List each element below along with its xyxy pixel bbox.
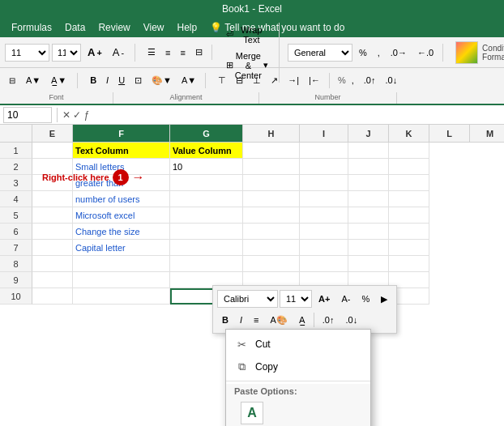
indent-button[interactable]: ⊟ — [191, 45, 207, 60]
cell-K3[interactable] — [389, 175, 429, 191]
cell-K2[interactable] — [389, 159, 429, 175]
cell-F4[interactable]: number of users — [73, 191, 170, 207]
ft-dec-dn-btn[interactable]: .0↓ — [340, 311, 362, 329]
ft-dec-up-btn[interactable]: .0↑ — [318, 311, 340, 329]
ft-size-select[interactable]: 11 — [280, 290, 312, 308]
cell-G4[interactable] — [170, 191, 243, 207]
cm-cut[interactable]: ✂ Cut — [226, 333, 370, 356]
indent-more[interactable]: →| — [284, 73, 303, 87]
cell-K8[interactable] — [389, 256, 429, 272]
ft-italic-btn[interactable]: I — [235, 311, 247, 329]
cell-J8[interactable] — [348, 256, 389, 272]
cell-G6[interactable] — [170, 224, 243, 240]
cell-E5[interactable] — [32, 207, 73, 224]
decimal-up-btn[interactable]: .0→ — [387, 45, 411, 60]
menu-help[interactable]: Help — [173, 20, 203, 35]
row-header-9[interactable]: 9 — [0, 272, 32, 288]
row-header-3[interactable]: 3 — [0, 175, 32, 191]
cell-G5[interactable] — [170, 207, 243, 224]
number-format-select[interactable]: General — [288, 44, 352, 62]
bot-align[interactable]: ⊥ — [249, 73, 265, 88]
col-header-F[interactable]: F — [73, 125, 170, 143]
row-header-4[interactable]: 4 — [0, 191, 32, 207]
indent-less[interactable]: |← — [305, 73, 324, 87]
col-header-K[interactable]: K — [389, 125, 429, 143]
cell-G2[interactable]: 10 — [170, 159, 243, 175]
align-left-button[interactable]: ☰ — [143, 45, 160, 60]
cell-F9[interactable] — [73, 272, 170, 288]
font-grow-button[interactable]: A+ — [83, 44, 106, 61]
row-header-2[interactable]: 2 — [0, 159, 32, 175]
row-header-8[interactable]: 8 — [0, 256, 32, 272]
cell-J3[interactable] — [348, 175, 389, 191]
row-header-7[interactable]: 7 — [0, 240, 32, 256]
fill-button2[interactable]: 🎨▼ — [147, 73, 176, 88]
cell-I8[interactable] — [300, 256, 348, 272]
cell-E6[interactable] — [32, 224, 73, 240]
cell-F10[interactable] — [73, 288, 170, 305]
ft-percent-btn[interactable]: % — [357, 290, 374, 308]
cell-K1[interactable] — [389, 143, 429, 159]
bold-button[interactable]: B — [86, 73, 100, 87]
col-header-H[interactable]: H — [243, 125, 300, 143]
italic-button[interactable]: I — [102, 73, 113, 87]
cm-copy[interactable]: ⧉ Copy — [226, 356, 370, 378]
cell-G8[interactable] — [170, 256, 243, 272]
ft-font-color-btn[interactable]: A̲ — [294, 311, 310, 329]
fill-color-button[interactable]: A▼ — [22, 73, 45, 87]
align-right-button[interactable]: ≡ — [176, 45, 189, 60]
row-header-5[interactable]: 5 — [0, 207, 32, 224]
cell-K4[interactable] — [389, 191, 429, 207]
cell-G3[interactable] — [170, 175, 243, 191]
cell-J6[interactable] — [348, 224, 389, 240]
cell-I1[interactable] — [300, 143, 348, 159]
cell-J5[interactable] — [348, 207, 389, 224]
ft-grow-btn[interactable]: A+ — [314, 290, 335, 308]
col-header-J[interactable]: J — [348, 125, 389, 143]
col-header-I[interactable]: I — [300, 125, 348, 143]
menu-data[interactable]: Data — [60, 20, 90, 35]
cell-K7[interactable] — [389, 240, 429, 256]
cell-H2[interactable] — [243, 159, 300, 175]
cell-F6[interactable]: Change the size — [73, 224, 170, 240]
ft-more-btn[interactable]: ▶ — [376, 290, 392, 308]
cell-F1[interactable]: Text Column — [73, 143, 170, 159]
font-size-select[interactable]: 11 — [52, 44, 81, 62]
cell-H1[interactable] — [243, 143, 300, 159]
font-color2[interactable]: A▼ — [177, 73, 200, 87]
conditional-formatting-button[interactable] — [451, 39, 482, 66]
cell-H4[interactable] — [243, 191, 300, 207]
menu-view[interactable]: View — [139, 20, 169, 35]
top-align[interactable]: ⊤ — [214, 73, 230, 88]
cell-I5[interactable] — [300, 207, 348, 224]
font-shrink-button[interactable]: A- — [109, 44, 128, 61]
cell-J1[interactable] — [348, 143, 389, 159]
comma-btn[interactable]: , — [374, 45, 384, 60]
col-header-G[interactable]: G — [170, 125, 243, 143]
cell-J4[interactable] — [348, 191, 389, 207]
paste-icon-A[interactable]: A — [241, 402, 263, 424]
cell-F7[interactable]: Capital letter — [73, 240, 170, 256]
menu-formulas[interactable]: Formulas — [6, 20, 57, 35]
col-header-E[interactable]: E — [32, 125, 73, 143]
cell-H7[interactable] — [243, 240, 300, 256]
cell-E10[interactable] — [32, 288, 73, 305]
cell-E8[interactable] — [32, 256, 73, 272]
format-cells-button[interactable]: ⊟ — [5, 74, 19, 87]
cell-F5[interactable]: Microsoft excel — [73, 207, 170, 224]
font-color-button[interactable]: A̲▼ — [47, 73, 70, 88]
cell-I6[interactable] — [300, 224, 348, 240]
cell-H6[interactable] — [243, 224, 300, 240]
menu-review[interactable]: Review — [93, 20, 135, 35]
col-header-L[interactable]: L — [429, 125, 470, 143]
row-header-10[interactable]: 10 — [0, 288, 32, 305]
cell-H8[interactable] — [243, 256, 300, 272]
cell-J7[interactable] — [348, 240, 389, 256]
cell-J2[interactable] — [348, 159, 389, 175]
cell-I3[interactable] — [300, 175, 348, 191]
name-box[interactable] — [3, 107, 52, 123]
ft-fill-color-btn[interactable]: A🎨 — [265, 311, 292, 329]
cell-E7[interactable] — [32, 240, 73, 256]
cell-E9[interactable] — [32, 272, 73, 288]
cell-I2[interactable] — [300, 159, 348, 175]
